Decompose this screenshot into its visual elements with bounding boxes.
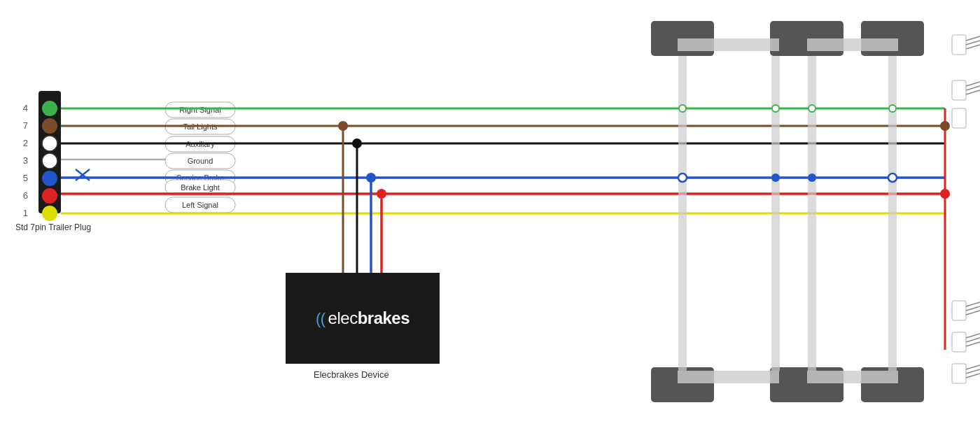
axle-bar2-bottom [807,371,898,383]
label-right-signal: Right Signal [179,106,220,114]
axle-bar2-top [807,38,898,51]
connector-bot-2 [952,332,966,352]
pin-number-2: 2 [23,138,28,148]
dot-green-axle4 [889,105,896,112]
pin-6 [42,188,57,204]
pin-number-1: 1 [23,208,28,218]
connector-bot-1 [952,301,966,320]
connector-top-1-lines2 [966,41,980,45]
connector-bot-1-lines3 [966,311,980,315]
trailer-plug-label: Std 7pin Trailer Plug [15,222,91,232]
connector-top-2-lines2 [966,86,980,90]
connector-top-1-lines3 [966,45,980,49]
elecbrakes-device: ((elecbrakes [286,273,440,364]
pin-5 [42,171,57,186]
connector-top-1-lines [966,36,980,41]
pin-1 [42,206,57,221]
label-brake-light: Brake Light [181,183,220,192]
connector-top-2 [952,80,966,100]
pin-7 [42,118,57,134]
connector-bot-2-lines2 [966,338,980,342]
dot-brown-right [940,121,950,131]
connector-bot-3 [952,364,966,383]
pin-2 [42,136,57,151]
dot-green-axle3 [808,105,816,112]
connector-top-2-lines3 [966,90,980,94]
connector-bot-2-lines [966,334,980,338]
pin-number-5: 5 [23,173,28,183]
pin-number-6: 6 [23,190,28,201]
connector-top-2-lines [966,82,980,86]
connector-top-1 [952,35,966,55]
elecbrakes-bold: brakes [358,308,410,327]
axle-bar-top [678,38,779,51]
dot-blue-axle-right [771,173,780,182]
pin-3 [42,153,57,169]
device-label: Elecbrakes Device [314,369,389,380]
connector-bot-2-lines3 [966,342,980,346]
connector-bot-3-lines2 [966,369,980,374]
dot-blue-axle2-left [808,173,816,182]
elecbrakes-text: elec [328,308,358,327]
label-ground: Ground [188,157,214,165]
pin-4 [42,101,57,116]
connector-bot-3-lines [966,365,980,369]
pin-number-4: 4 [23,103,28,113]
diagram-container: 4 7 2 3 5 6 1 Right Signal Tail Lights A… [0,0,980,426]
connector-bot-1-lines2 [966,306,980,311]
connector-mid [952,108,966,128]
wave-icon: (( [316,310,326,327]
dot-blue-axle-left [678,173,687,182]
dot-green-axle1 [679,105,686,112]
connector-bot-1-lines [966,302,980,306]
pin-number-7: 7 [23,120,28,131]
elecbrakes-logo: ((elecbrakes [316,308,410,328]
label-left-signal: Left Signal [182,201,218,209]
dot-green-axle2 [772,105,779,112]
axle-bar-bottom [678,371,779,383]
dot-blue-axle2-right [888,173,897,182]
connector-bot-3-lines3 [966,374,980,378]
pin-number-3: 3 [23,155,28,166]
